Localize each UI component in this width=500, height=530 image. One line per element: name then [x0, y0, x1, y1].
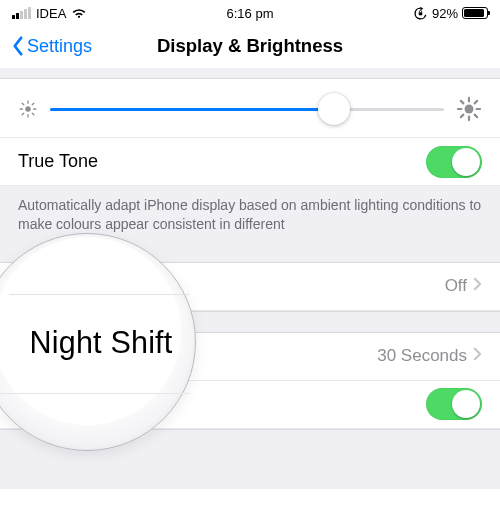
svg-line-15 [461, 101, 463, 103]
svg-rect-0 [419, 12, 423, 15]
battery-icon [462, 7, 488, 19]
svg-line-17 [461, 115, 463, 117]
carrier-label: IDEA [36, 6, 66, 21]
brightness-slider[interactable] [50, 93, 444, 125]
page-title: Display & Brightness [157, 35, 343, 57]
svg-line-9 [32, 103, 34, 105]
chevron-right-icon [473, 346, 482, 366]
true-tone-row: True Tone [0, 138, 500, 186]
true-tone-label: True Tone [18, 151, 98, 172]
chevron-right-icon [473, 276, 482, 296]
raise-to-wake-switch[interactable] [426, 388, 482, 420]
status-bar: IDEA 6:16 pm 92% [0, 0, 500, 24]
cell-signal-icon [12, 7, 31, 19]
slider-thumb[interactable] [318, 93, 350, 125]
auto-lock-value: 30 Seconds [377, 346, 467, 366]
brightness-low-icon [18, 99, 38, 119]
section-separator [0, 68, 500, 79]
true-tone-switch[interactable] [426, 146, 482, 178]
night-shift-value: Off [445, 276, 467, 296]
svg-line-8 [22, 113, 24, 115]
svg-point-10 [465, 105, 474, 114]
svg-line-6 [22, 103, 24, 105]
brightness-row [0, 79, 500, 138]
chevron-left-icon [10, 35, 25, 57]
magnifier-label: Night Shift [2, 325, 173, 360]
svg-line-7 [32, 113, 34, 115]
svg-line-18 [475, 101, 477, 103]
nav-bar: Settings Display & Brightness [0, 24, 500, 68]
brightness-high-icon [456, 96, 482, 122]
svg-point-1 [25, 106, 31, 112]
orientation-lock-icon [413, 6, 428, 21]
battery-pct-label: 92% [432, 6, 458, 21]
wifi-icon [71, 7, 87, 19]
back-button[interactable]: Settings [10, 24, 92, 68]
svg-line-16 [475, 115, 477, 117]
back-label: Settings [27, 36, 92, 57]
